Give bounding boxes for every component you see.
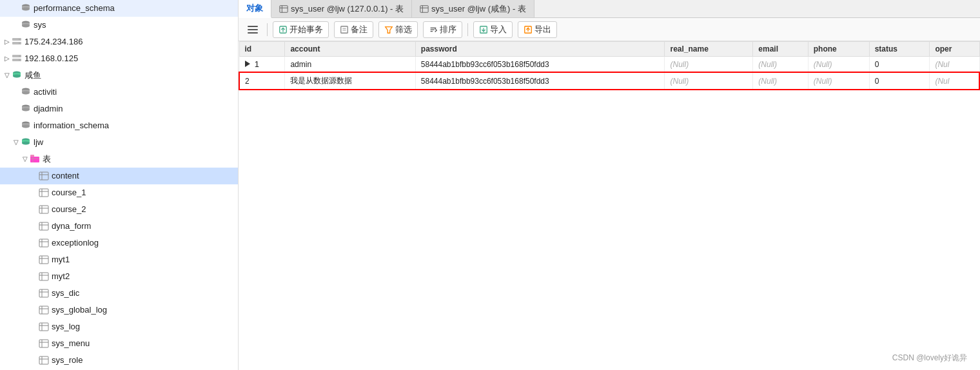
sidebar-item-content[interactable]: content (0, 168, 238, 184)
sidebar-label: sys_dic (52, 287, 79, 300)
col-phone: phone (808, 42, 869, 57)
toolbar-separator (267, 23, 268, 36)
sidebar-item-server2[interactable]: ▷ 192.168.0.125 (0, 50, 238, 67)
sort-button[interactable]: 排序 (423, 21, 462, 38)
svg-rect-66 (39, 356, 48, 364)
svg-rect-36 (39, 189, 48, 197)
export-label: 导出 (534, 24, 551, 35)
cell-id-value: 1 (255, 59, 259, 69)
sidebar-item-performance-schema[interactable]: performance_schema (0, 0, 238, 17)
sidebar-label: sys_role (52, 354, 83, 367)
col-status: status (869, 42, 930, 57)
arrow-icon: ▽ (3, 69, 12, 82)
sidebar-item-server1[interactable]: ▷ 175.24.234.186 (0, 34, 238, 50)
sidebar-label: sys_log (52, 320, 80, 333)
server-icon (12, 54, 22, 64)
sidebar-item-djadmin[interactable]: djadmin (0, 101, 238, 117)
sidebar-item-myt1[interactable]: myt1 (0, 251, 238, 268)
sort-icon (429, 25, 438, 34)
cell-email: (Null) (753, 57, 808, 73)
sidebar-label: sys_menu (52, 337, 90, 350)
svg-point-9 (19, 43, 20, 44)
sidebar-item-sysmenu[interactable]: sys_menu (0, 335, 238, 352)
table-icon (39, 355, 49, 365)
svg-point-5 (22, 24, 30, 28)
svg-rect-60 (39, 323, 48, 331)
sidebar-item-sysgloballog[interactable]: sys_global_log (0, 302, 238, 318)
sidebar-label: course_2 (52, 203, 86, 216)
export-button[interactable]: 导出 (518, 21, 557, 38)
sort-label: 排序 (440, 24, 456, 35)
sidebar-item-ljw[interactable]: ▽ ljw (0, 134, 238, 151)
database-icon (21, 104, 31, 114)
cell-id: 1 (239, 57, 285, 73)
svg-point-19 (22, 92, 30, 95)
table-folder-icon (30, 154, 40, 164)
hamburger-line-3 (248, 32, 258, 34)
svg-rect-54 (39, 289, 48, 297)
col-account: account (285, 42, 415, 57)
sidebar-item-course2[interactable]: course_2 (0, 201, 238, 218)
tab-sysuser-ljw-local[interactable]: sys_user @ljw (127.0.0.1) - 表 (271, 0, 412, 17)
filter-icon (384, 25, 393, 34)
database-icon (21, 121, 31, 131)
table-area: id account password real_name email phon… (239, 41, 980, 370)
sidebar-item-sys[interactable]: sys (0, 17, 238, 34)
import-icon (479, 25, 488, 34)
hamburger-button[interactable] (244, 23, 262, 36)
sidebar-label: sys_global_log (52, 304, 107, 316)
sidebar-item-course1[interactable]: course_1 (0, 184, 238, 201)
sidebar-item-syslog[interactable]: sys_log (0, 318, 238, 335)
watermark: CSDN @lovely好诡异 (892, 353, 967, 364)
note-button[interactable]: 备注 (334, 21, 373, 38)
sidebar-label: information_schema (34, 119, 109, 132)
sidebar-item-information-schema[interactable]: information_schema (0, 117, 238, 134)
sidebar-item-activiti[interactable]: activiti (0, 84, 238, 101)
table-row[interactable]: 2 我是从数据源数据 58444ab1bfbb93cc6f053b168f50f… (239, 72, 979, 90)
hamburger-line-1 (248, 26, 258, 27)
table-row[interactable]: 1 admin 58444ab1bfbb93cc6f053b168f50fdd3… (239, 57, 979, 73)
import-button[interactable]: 导入 (473, 21, 513, 38)
svg-rect-51 (39, 273, 48, 280)
toolbar-separator-2 (467, 23, 468, 36)
tab-sysuser-ljw-xianyu[interactable]: sys_user @ljw (咸鱼) - 表 (412, 0, 534, 17)
table-icon (39, 171, 49, 181)
sidebar-label: 192.168.0.125 (24, 52, 78, 65)
sidebar-label: 175.24.234.186 (24, 35, 83, 48)
hamburger-line-2 (248, 29, 258, 30)
arrow-icon: ▽ (12, 136, 21, 149)
sidebar-item-xianyu[interactable]: ▽ 咸鱼 (0, 67, 238, 84)
svg-point-22 (22, 108, 30, 112)
sidebar-item-sysdic[interactable]: sys_dic (0, 285, 238, 302)
sidebar-item-exceptionlog[interactable]: exceptionlog (0, 235, 238, 251)
cell-password: 58444ab1bfbb93cc6f053b168f50fdd3 (415, 72, 665, 90)
col-email: email (753, 42, 808, 57)
sidebar-label: course_1 (52, 186, 86, 199)
sidebar-item-tables-folder[interactable]: ▽ 表 (0, 151, 238, 168)
col-id: id (239, 42, 285, 57)
svg-rect-80 (280, 5, 288, 12)
sidebar-item-sysrole[interactable]: sys_role (0, 352, 238, 369)
filter-button[interactable]: 筛选 (378, 21, 418, 38)
svg-rect-39 (39, 206, 48, 213)
svg-point-25 (22, 125, 30, 128)
cell-account: admin (285, 57, 415, 73)
cell-oper: (Nul (930, 57, 979, 73)
svg-rect-88 (341, 26, 348, 33)
database-icon (21, 87, 31, 97)
sidebar-label: 咸鱼 (24, 69, 41, 82)
svg-point-2 (22, 8, 30, 11)
cell-phone: (Null) (808, 72, 869, 90)
svg-rect-57 (39, 306, 48, 314)
svg-rect-42 (39, 222, 48, 230)
cell-realname: (Null) (665, 72, 753, 90)
cell-status: 0 (869, 72, 930, 90)
col-password: password (415, 42, 665, 57)
table-tab-icon (279, 5, 288, 14)
start-transaction-button[interactable]: 开始事务 (273, 21, 329, 38)
tab-object[interactable]: 对象 (239, 0, 271, 18)
sidebar-item-myt2[interactable]: myt2 (0, 268, 238, 285)
svg-rect-30 (30, 157, 39, 162)
sidebar-item-dynaform[interactable]: dyna_form (0, 218, 238, 235)
sidebar-list: performance_schema sys ▷ 175.24.234.186 (0, 0, 239, 370)
